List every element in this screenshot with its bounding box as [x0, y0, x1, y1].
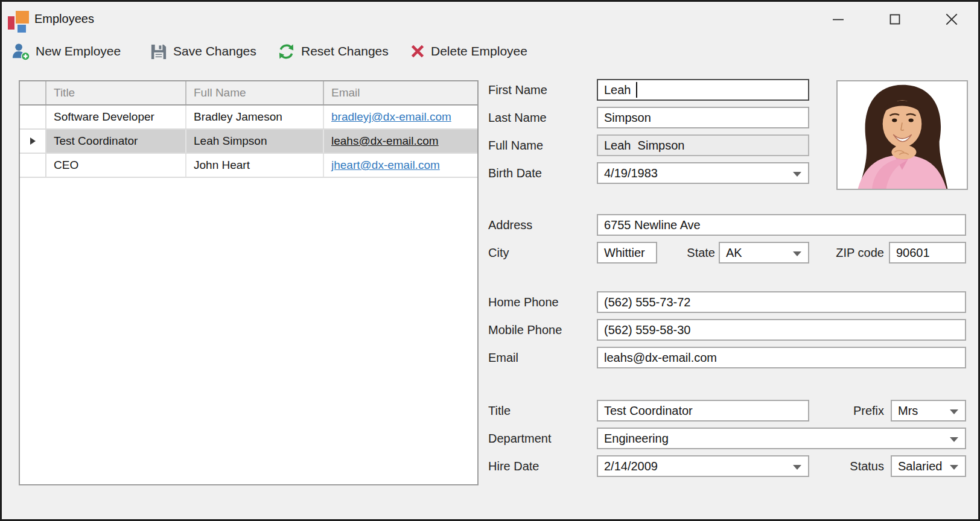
- column-header-title[interactable]: Title: [46, 81, 186, 104]
- zip-code-label: ZIP code: [832, 242, 884, 264]
- selected-row-arrow-icon: [30, 137, 36, 145]
- toolbar: New Employee Save Changes: [2, 37, 978, 67]
- city-field[interactable]: Whittier: [597, 242, 657, 264]
- cell-title[interactable]: Software Developer: [46, 106, 186, 128]
- full-name-label: Full Name: [488, 134, 585, 156]
- cell-title[interactable]: CEO: [46, 154, 186, 177]
- chevron-down-icon[interactable]: [950, 465, 958, 470]
- minimize-button[interactable]: [824, 7, 852, 32]
- new-employee-button[interactable]: New Employee: [11, 37, 121, 66]
- portrait-image: [838, 81, 967, 189]
- hire-date-label: Hire Date: [488, 455, 585, 477]
- delete-x-icon: [410, 43, 425, 59]
- home-phone-field[interactable]: (562) 555-73-72: [597, 291, 966, 313]
- add-user-icon: [11, 42, 30, 61]
- cell-email[interactable]: jheart@dx-email.com: [324, 154, 477, 177]
- mobile-phone-label: Mobile Phone: [488, 319, 585, 341]
- new-employee-label: New Employee: [36, 44, 121, 58]
- row-indicator-cell: [20, 130, 46, 153]
- logo-red-square: [8, 16, 14, 30]
- logo-blue-square: [18, 25, 26, 33]
- column-header-email[interactable]: Email: [324, 81, 477, 104]
- app-window: Employees: [0, 0, 980, 521]
- email-link[interactable]: bradleyj@dx-email.com: [331, 110, 451, 124]
- employee-photo[interactable]: [836, 80, 968, 190]
- state-label: State: [664, 242, 715, 264]
- grid-indicator-header-cell: [20, 81, 46, 104]
- row-indicator-cell: [20, 154, 46, 177]
- birth-date-field[interactable]: 4/19/1983: [597, 162, 809, 184]
- prefix-field[interactable]: Mrs: [891, 400, 966, 422]
- app-logo-icon: [8, 9, 32, 33]
- prefix-label: Prefix: [832, 400, 884, 422]
- window-title: Employees: [34, 2, 94, 36]
- save-icon: [149, 42, 168, 61]
- last-name-label: Last Name: [488, 107, 585, 128]
- text-cursor: [636, 82, 637, 98]
- first-name-field[interactable]: Leah: [597, 79, 809, 101]
- address-field[interactable]: 6755 Newline Ave: [597, 214, 966, 236]
- title-field[interactable]: Test Coordinator: [597, 400, 809, 422]
- table-row[interactable]: CEO John Heart jheart@dx-email.com: [20, 154, 477, 178]
- department-field[interactable]: Engineering: [597, 428, 966, 449]
- mobile-phone-field[interactable]: (562) 559-58-30: [597, 319, 966, 341]
- email-link[interactable]: jheart@dx-email.com: [331, 159, 440, 172]
- cell-email[interactable]: leahs@dx-email.com: [324, 130, 477, 153]
- save-changes-label: Save Changes: [173, 44, 256, 58]
- chevron-down-icon[interactable]: [793, 465, 801, 470]
- title-label: Title: [488, 400, 585, 422]
- birth-date-label: Birth Date: [488, 162, 585, 184]
- maximize-button[interactable]: [881, 7, 909, 32]
- row-indicator-cell: [20, 106, 46, 128]
- city-label: City: [488, 242, 585, 264]
- reset-changes-button[interactable]: Reset Changes: [277, 37, 389, 66]
- email-field[interactable]: leahs@dx-email.com: [597, 347, 966, 368]
- cell-full-name[interactable]: Leah Simpson: [186, 130, 324, 153]
- zip-code-field[interactable]: 90601: [889, 242, 966, 264]
- minimize-icon: [831, 12, 845, 27]
- email-label: Email: [488, 347, 585, 368]
- refresh-icon: [277, 42, 296, 61]
- chevron-down-icon[interactable]: [950, 409, 958, 414]
- cell-title[interactable]: Test Coordinator: [46, 130, 186, 153]
- table-row-selected[interactable]: Test Coordinator Leah Simpson leahs@dx-e…: [20, 130, 477, 154]
- department-label: Department: [488, 428, 585, 449]
- save-changes-button[interactable]: Save Changes: [149, 37, 256, 66]
- cell-email[interactable]: bradleyj@dx-email.com: [324, 106, 477, 128]
- status-label: Status: [832, 455, 884, 477]
- cell-full-name[interactable]: John Heart: [186, 154, 324, 177]
- email-link[interactable]: leahs@dx-email.com: [331, 134, 439, 148]
- grid-header-row: Title Full Name Email: [20, 81, 477, 106]
- close-icon: [944, 11, 959, 27]
- status-field[interactable]: Salaried: [891, 455, 966, 477]
- title-bar: Employees: [2, 2, 978, 36]
- state-field[interactable]: AK: [719, 242, 809, 264]
- chevron-down-icon[interactable]: [793, 172, 801, 177]
- last-name-field[interactable]: Simpson: [597, 107, 809, 128]
- table-row[interactable]: Software Developer Bradley Jameson bradl…: [20, 106, 477, 130]
- reset-changes-label: Reset Changes: [301, 44, 389, 58]
- chevron-down-icon[interactable]: [793, 251, 801, 256]
- delete-employee-button[interactable]: Delete Employee: [410, 37, 527, 66]
- cell-full-name[interactable]: Bradley Jameson: [186, 106, 324, 128]
- maximize-icon: [888, 12, 902, 27]
- logo-orange-square: [16, 11, 29, 24]
- address-label: Address: [488, 214, 585, 236]
- column-header-full-name[interactable]: Full Name: [186, 81, 324, 104]
- home-phone-label: Home Phone: [488, 291, 585, 313]
- chevron-down-icon[interactable]: [950, 437, 958, 442]
- hire-date-field[interactable]: 2/14/2009: [597, 455, 809, 477]
- first-name-label: First Name: [488, 79, 585, 101]
- full-name-field: Leah Simpson: [597, 134, 809, 156]
- employee-grid: Title Full Name Email Software Developer…: [19, 80, 479, 485]
- close-button[interactable]: [938, 7, 966, 32]
- delete-employee-label: Delete Employee: [431, 44, 527, 58]
